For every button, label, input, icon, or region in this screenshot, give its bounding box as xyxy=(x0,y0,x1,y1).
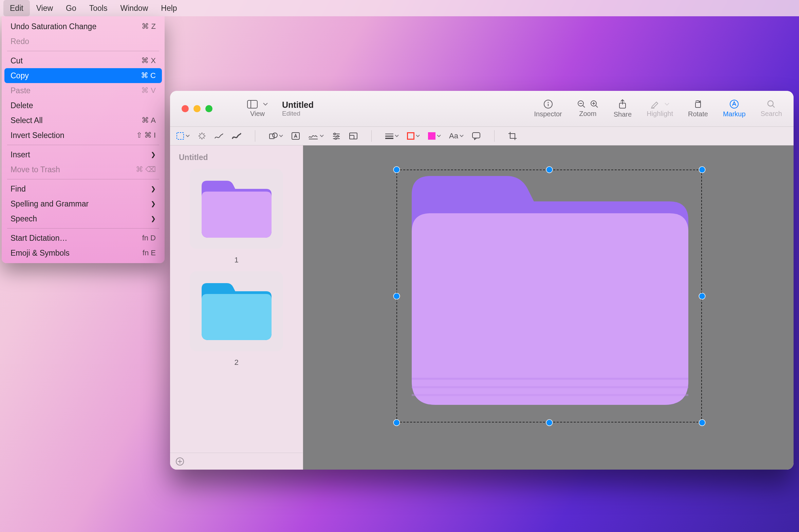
minimize-button[interactable] xyxy=(194,105,201,112)
search-icon xyxy=(767,100,776,109)
toolbar-search: Search xyxy=(753,91,794,127)
canvas[interactable] xyxy=(303,146,794,470)
menu-find[interactable]: Find❯ xyxy=(4,182,162,196)
menu-select-all[interactable]: Select All⌘ A xyxy=(4,113,162,128)
toolbar-inspector-label: Inspector xyxy=(534,110,562,118)
document-subtitle: Edited xyxy=(282,110,314,117)
svg-rect-28 xyxy=(270,134,274,139)
svg-point-29 xyxy=(273,133,277,138)
svg-line-25 xyxy=(203,137,204,138)
svg-rect-40 xyxy=(385,134,394,134)
menu-insert[interactable]: Insert❯ xyxy=(4,147,162,162)
separator xyxy=(7,51,159,51)
menu-edit[interactable]: Edit xyxy=(3,0,30,16)
menu-move-to-trash: Move to Trash⌘ ⌫ xyxy=(4,162,162,177)
highlight-icon xyxy=(650,100,659,109)
toolbar-view-label: View xyxy=(250,110,265,118)
page-number: 2 xyxy=(234,358,238,367)
toolbar-share-label: Share xyxy=(614,111,632,118)
menu-start-dictation[interactable]: Start Dictation…fn D xyxy=(4,231,162,246)
svg-point-17 xyxy=(768,101,773,106)
toolbar-search-label: Search xyxy=(761,110,782,118)
menu-view[interactable]: View xyxy=(30,0,59,16)
menu-window[interactable]: Window xyxy=(114,0,155,16)
svg-point-33 xyxy=(334,133,336,135)
selection-marquee[interactable] xyxy=(397,170,702,422)
toolbar-share[interactable]: Share xyxy=(606,91,639,127)
resize-handle-se[interactable] xyxy=(699,420,705,425)
chevron-down-icon xyxy=(416,135,420,137)
chevron-down-icon xyxy=(437,135,441,137)
menu-help[interactable]: Help xyxy=(155,0,183,16)
toolbar-highlight: Highlight xyxy=(639,91,680,127)
menu-cut[interactable]: Cut⌘ X xyxy=(4,53,162,68)
page-thumbnail-1[interactable]: 1 xyxy=(190,169,283,265)
fullscreen-button[interactable] xyxy=(205,105,213,112)
traffic-lights xyxy=(170,91,213,127)
speech-bubble-icon xyxy=(472,132,480,140)
page-thumbnail-2[interactable]: 2 xyxy=(190,271,283,367)
resize-handle-nw[interactable] xyxy=(394,167,399,173)
folder-icon xyxy=(197,177,276,241)
toolbar-rotate[interactable]: Rotate xyxy=(680,91,715,127)
svg-rect-42 xyxy=(385,138,394,139)
info-icon xyxy=(543,99,553,109)
instant-alpha-tool[interactable] xyxy=(198,132,206,140)
resize-icon xyxy=(349,132,358,140)
magic-wand-icon xyxy=(198,132,206,140)
zoom-out-icon[interactable] xyxy=(577,100,586,109)
resize-handle-e[interactable] xyxy=(699,293,705,299)
stroke-color-swatch xyxy=(407,132,414,140)
menu-invert-selection[interactable]: Invert Selection⇧ ⌘ I xyxy=(4,128,162,143)
selection-tool[interactable] xyxy=(176,132,190,140)
menu-spelling-grammar[interactable]: Spelling and Grammar❯ xyxy=(4,196,162,211)
svg-line-18 xyxy=(773,106,775,108)
text-style[interactable]: Aa xyxy=(449,132,464,140)
svg-rect-39 xyxy=(350,135,354,139)
adjust-color-tool[interactable] xyxy=(332,132,341,140)
sketch-tool[interactable] xyxy=(214,132,224,140)
chevron-down-icon xyxy=(395,135,399,137)
menu-copy[interactable]: Copy⌘ C xyxy=(4,68,162,83)
crop-tool[interactable] xyxy=(508,132,517,140)
line-weight-icon xyxy=(385,133,394,139)
menu-emoji-symbols[interactable]: Emoji & Symbolsfn E xyxy=(4,246,162,261)
text-tool[interactable] xyxy=(291,132,300,140)
close-button[interactable] xyxy=(182,105,189,112)
menu-undo[interactable]: Undo Saturation Change⌘ Z xyxy=(4,19,162,34)
toolbar-view[interactable]: View xyxy=(240,91,275,127)
menu-tools[interactable]: Tools xyxy=(83,0,114,16)
add-page-icon[interactable] xyxy=(176,457,184,466)
shapes-icon xyxy=(269,132,278,140)
page-number: 1 xyxy=(234,256,238,265)
toolbar-zoom[interactable]: Zoom xyxy=(569,91,606,127)
markup-toolbar: Aa xyxy=(170,127,794,146)
text-box-icon xyxy=(291,132,300,140)
titlebar: View Untitled Edited Inspector Zoom Shar… xyxy=(170,91,794,127)
signature-icon xyxy=(308,132,319,140)
fill-color[interactable] xyxy=(428,132,441,140)
toolbar-inspector[interactable]: Inspector xyxy=(527,91,569,127)
menu-delete[interactable]: Delete xyxy=(4,98,162,113)
adjust-size-tool[interactable] xyxy=(349,132,358,140)
resize-handle-ne[interactable] xyxy=(699,167,705,173)
divider xyxy=(494,130,494,142)
stroke-style[interactable] xyxy=(385,133,399,139)
sign-tool[interactable] xyxy=(308,132,324,140)
resize-handle-n[interactable] xyxy=(546,167,552,173)
stroke-color[interactable] xyxy=(407,132,420,140)
resize-handle-sw[interactable] xyxy=(394,420,399,425)
menu-go[interactable]: Go xyxy=(59,0,83,16)
resize-handle-s[interactable] xyxy=(546,420,552,425)
pencil-squiggle-icon xyxy=(214,132,224,140)
toolbar-markup[interactable]: Markup xyxy=(715,91,753,127)
document-title: Untitled xyxy=(282,100,314,110)
resize-handle-w[interactable] xyxy=(394,293,399,299)
draw-tool[interactable] xyxy=(232,132,241,140)
menu-speech[interactable]: Speech❯ xyxy=(4,211,162,226)
shapes-tool[interactable] xyxy=(269,132,283,140)
svg-line-6 xyxy=(583,106,585,108)
zoom-in-icon[interactable] xyxy=(590,100,599,109)
annotate-tool[interactable] xyxy=(472,132,480,140)
svg-rect-19 xyxy=(177,133,184,139)
